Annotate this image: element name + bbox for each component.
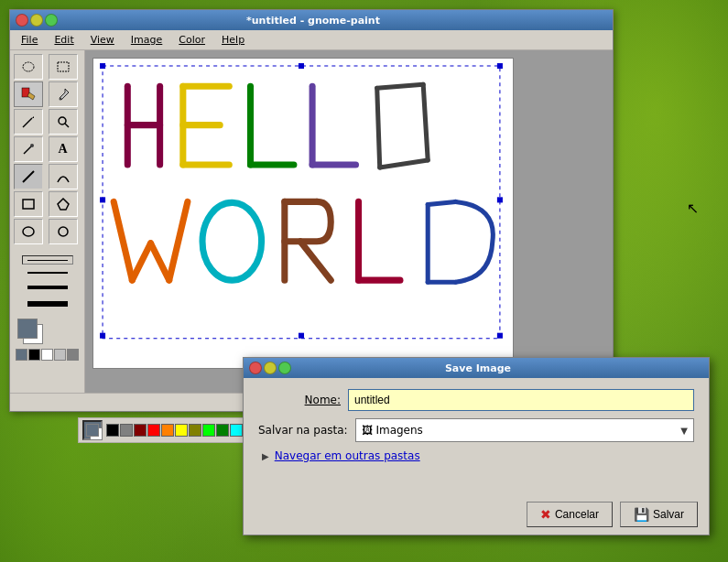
dialog-minimize-button[interactable] <box>264 362 277 374</box>
palette-color-darkred[interactable] <box>134 424 147 437</box>
menu-edit[interactable]: Edit <box>47 32 81 48</box>
svg-line-40 <box>428 201 455 204</box>
dialog-body: Nome: Salvar na pasta: 🖼 Imagens ▼ ▶ Nav… <box>244 378 709 498</box>
tool-polygon[interactable] <box>49 191 78 217</box>
tool-line[interactable] <box>14 164 43 189</box>
folder-select[interactable]: 🖼 Imagens ▼ <box>355 418 694 442</box>
dialog-maximize-button[interactable] <box>278 362 291 374</box>
active-color-display[interactable] <box>82 420 103 440</box>
palette-swatch[interactable] <box>41 349 53 361</box>
menu-file[interactable]: File <box>14 32 45 48</box>
tool-magnify[interactable] <box>49 109 78 135</box>
palette-color-yellow[interactable] <box>175 424 188 437</box>
line-thickness-panel <box>14 254 81 313</box>
svg-rect-44 <box>100 63 105 69</box>
svg-point-13 <box>23 227 34 236</box>
menu-help[interactable]: Help <box>214 32 252 48</box>
cancel-label: Cancelar <box>555 508 599 521</box>
palette-swatch[interactable] <box>54 349 66 361</box>
svg-rect-46 <box>497 63 503 69</box>
line-thickness-3[interactable] <box>22 281 73 294</box>
folder-dropdown-arrow: ▼ <box>680 426 688 436</box>
nome-label: Nome: <box>258 394 341 406</box>
tool-rect[interactable] <box>14 191 43 217</box>
folder-row: Salvar na pasta: 🖼 Imagens ▼ <box>258 418 694 442</box>
palette-color-orange[interactable] <box>161 424 174 437</box>
tool-grid: A <box>14 54 81 244</box>
color-swatch-area <box>14 313 81 393</box>
tool-free-select[interactable] <box>14 54 43 80</box>
browse-row: ▶ Navegar em outras pastas <box>262 449 694 462</box>
svg-rect-45 <box>299 63 304 69</box>
mouse-cursor: ↖ <box>687 200 699 217</box>
svg-rect-50 <box>100 333 105 339</box>
maximize-button[interactable] <box>45 14 58 27</box>
dialog-titlebar-buttons <box>249 362 291 374</box>
svg-line-7 <box>65 124 69 127</box>
dialog-title: Save Image <box>291 362 665 374</box>
browse-link[interactable]: Navegar em outras pastas <box>275 449 420 462</box>
svg-rect-49 <box>299 333 304 339</box>
cancel-button[interactable]: ✖ Cancelar <box>527 502 613 527</box>
palette-color-cyan[interactable] <box>230 424 243 437</box>
palette-color-gray[interactable] <box>120 424 133 437</box>
tool-pencil[interactable] <box>14 109 43 135</box>
tool-rect-select[interactable] <box>49 54 78 80</box>
tool-curve[interactable] <box>49 164 78 189</box>
svg-point-14 <box>59 227 68 236</box>
tool-eyedropper[interactable] <box>49 81 78 107</box>
fg-color-box[interactable] <box>17 319 38 339</box>
filename-input[interactable] <box>348 389 694 411</box>
svg-line-27 <box>423 84 428 160</box>
save-button[interactable]: 💾 Salvar <box>620 502 698 527</box>
svg-rect-1 <box>58 62 69 71</box>
current-colors <box>16 317 54 346</box>
palette-swatch[interactable] <box>28 349 40 361</box>
tool-fill[interactable] <box>14 81 43 107</box>
tool-ellipse[interactable] <box>14 219 43 244</box>
toolbar: A <box>10 50 85 393</box>
palette-swatch[interactable] <box>16 349 27 361</box>
canvas-area[interactable] <box>85 50 613 393</box>
svg-line-29 <box>377 88 380 168</box>
menu-image[interactable]: Image <box>124 32 169 48</box>
line-thickness-4[interactable] <box>22 297 73 311</box>
palette-color-darkgreen[interactable] <box>216 424 229 437</box>
folder-select-text: 🖼 Imagens <box>362 424 423 437</box>
palette-color-olive[interactable] <box>189 424 201 437</box>
palette-color-green[interactable] <box>202 424 215 437</box>
paint-titlebar: *untitled - gnome-paint <box>10 10 613 30</box>
tool-text[interactable]: A <box>49 136 78 162</box>
hello-world-drawing <box>93 59 513 368</box>
nome-row: Nome: <box>258 389 694 411</box>
svg-point-9 <box>30 144 34 147</box>
line-thickness-1[interactable] <box>22 255 73 265</box>
dialog-buttons: ✖ Cancelar 💾 Salvar <box>244 498 709 535</box>
svg-line-10 <box>23 171 34 182</box>
menu-view[interactable]: View <box>83 32 122 48</box>
window-content: A <box>10 50 613 393</box>
palette-swatch[interactable] <box>67 349 79 361</box>
dialog-titlebar: Save Image <box>244 358 709 378</box>
cancel-icon: ✖ <box>540 507 551 522</box>
minimize-button[interactable] <box>30 14 43 27</box>
palette-color-black[interactable] <box>106 424 119 437</box>
svg-line-37 <box>300 242 331 280</box>
drawing-canvas[interactable] <box>92 58 514 369</box>
palette-color-red[interactable] <box>147 424 160 437</box>
browse-expand-arrow[interactable]: ▶ <box>262 451 269 461</box>
svg-rect-11 <box>23 200 34 209</box>
paint-window-title: *untitled - gnome-paint <box>58 15 569 27</box>
paint-window: *untitled - gnome-paint File Edit View I… <box>9 9 614 412</box>
menu-color[interactable]: Color <box>171 32 212 48</box>
svg-line-8 <box>24 146 31 154</box>
svg-line-32 <box>151 243 169 280</box>
line-thickness-2[interactable] <box>22 267 73 278</box>
dialog-close-button[interactable] <box>249 362 262 374</box>
close-button[interactable] <box>16 14 28 27</box>
svg-point-0 <box>23 62 34 71</box>
small-palette <box>16 349 79 361</box>
tool-rounded-rect[interactable] <box>49 219 78 244</box>
tool-brush[interactable] <box>14 136 43 162</box>
svg-line-33 <box>169 201 188 280</box>
